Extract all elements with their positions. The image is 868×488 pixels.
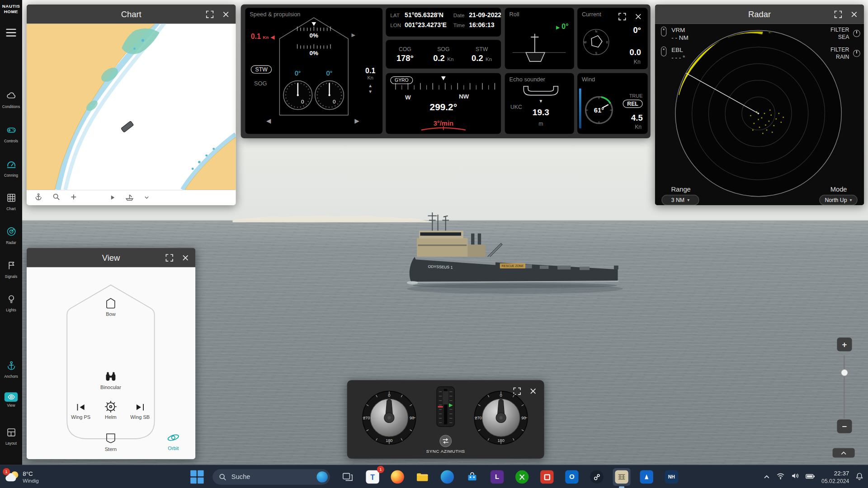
search-tool-icon[interactable] (52, 192, 60, 203)
chevron-down-icon[interactable] (143, 193, 150, 203)
view-position-bow[interactable]: Bow (91, 296, 131, 317)
thrust-lever-indicator[interactable] (436, 386, 455, 427)
filter-sea-control[interactable]: FILTER SEA (830, 26, 861, 41)
maximize-button[interactable] (205, 9, 214, 19)
bow-icon (104, 296, 117, 310)
view-position-wing-sb[interactable]: Wing SB (120, 401, 160, 420)
nautis-home-logo: NAUTIS HOME (0, 0, 22, 15)
taskbar-app-task-view[interactable] (339, 468, 356, 486)
taskbar-app-l[interactable]: L (488, 468, 506, 486)
sidebar-item-lights[interactable]: Lights (0, 294, 22, 319)
view-position-binocular[interactable]: Binocular (91, 370, 131, 390)
box-title: Roll (509, 10, 519, 17)
stw-readout: 0.1 Kn ◀ (251, 32, 275, 40)
chevron-up-icon (840, 450, 847, 455)
sidebar-item-chart[interactable]: Chart (0, 192, 22, 218)
sidebar-item-view[interactable]: View (0, 392, 22, 418)
filter-rain-control[interactable]: FILTER RAIN (830, 46, 861, 61)
grid-icon (6, 192, 16, 205)
azimuth-controls-panel: 0 90 180 270 0 90 180 270 (347, 380, 544, 459)
port-arrow-icon[interactable]: ◀ (266, 117, 271, 125)
sidebar-item-conditions[interactable]: Conditions (0, 90, 22, 116)
sync-azimuths-button[interactable] (439, 435, 452, 447)
vrm-control[interactable]: VRM - - NM (660, 26, 689, 42)
sog-mode-button[interactable]: SOG (254, 80, 267, 86)
taskbar-app-outlook[interactable]: O (563, 468, 580, 486)
wind-rel-button[interactable]: REL (623, 99, 643, 108)
ebl-control[interactable]: EBL - - - ° (660, 46, 685, 62)
chart-map[interactable] (27, 24, 236, 190)
clock-time: 22:37 (834, 469, 849, 477)
zoom-in-tool-icon[interactable] (70, 193, 77, 203)
close-button[interactable] (181, 253, 190, 262)
wifi-icon[interactable] (776, 472, 785, 482)
current-direction: 0° (633, 25, 641, 35)
sidebar-item-conning[interactable]: Conning (0, 159, 22, 184)
menu-button[interactable] (6, 29, 16, 39)
view-position-orbit[interactable]: Orbit (153, 431, 193, 451)
sidebar-item-radar[interactable]: Radar (0, 226, 22, 252)
taskbar-app-xbox[interactable] (513, 468, 531, 486)
gyro-button[interactable]: GYRO (390, 76, 413, 84)
close-button[interactable] (634, 12, 643, 21)
view-panel-header[interactable]: View (27, 248, 195, 267)
vessel-tool-icon[interactable] (125, 192, 134, 203)
play-tool-icon[interactable] (109, 193, 116, 203)
weather-widget[interactable]: 1 8°C Windig (5, 465, 39, 488)
tray-chevron-up-icon[interactable] (763, 472, 770, 482)
taskbar-app-nautis-home[interactable]: NH (663, 468, 680, 486)
taskbar-app-nautis-simulator[interactable] (613, 468, 631, 486)
sync-icon (442, 437, 449, 445)
increase-arrow-icon[interactable]: ▲ (368, 84, 373, 89)
taskbar-app-file-explorer[interactable] (414, 468, 431, 486)
maximize-button[interactable] (165, 253, 174, 262)
zoom-slider-track[interactable] (844, 355, 844, 418)
taskbar-app-store[interactable] (463, 468, 481, 486)
taskbar-app-steam[interactable] (588, 468, 605, 486)
chart-panel-header[interactable]: Chart (27, 5, 236, 24)
maximize-button[interactable] (834, 9, 843, 19)
sidebar-item-signals[interactable]: Signals (0, 260, 22, 286)
range-dropdown[interactable]: 3 NM ▾ (661, 195, 699, 205)
mode-dropdown[interactable]: North Up ▾ (819, 195, 857, 205)
start-button[interactable] (190, 470, 203, 483)
search-box[interactable]: Suche (212, 469, 330, 484)
zoom-in-button[interactable]: + (837, 338, 852, 352)
taskbar-clock[interactable]: 22:37 05.02.2024 (821, 469, 849, 485)
dial-180-label: 180 (498, 438, 505, 443)
filter-rain-label-1: FILTER (830, 46, 849, 53)
taskbar-app-firefox[interactable] (389, 468, 406, 486)
system-tray: 22:37 05.02.2024 (763, 465, 863, 488)
sidebar-item-anchors[interactable]: Anchors (0, 360, 22, 385)
notification-bell-icon[interactable] (855, 472, 863, 482)
collapse-button[interactable] (833, 448, 855, 458)
port-azimuth-dial[interactable]: 0 90 180 270 (362, 390, 417, 445)
zoom-out-button[interactable]: − (837, 419, 852, 433)
depth-unit: m (521, 121, 560, 127)
radar-panel-header[interactable]: Radar (655, 5, 864, 24)
battery-icon[interactable] (806, 472, 816, 482)
sidebar-item-controls[interactable]: Controls (0, 125, 22, 150)
stw-mode-button[interactable]: STW (251, 65, 272, 73)
close-button[interactable] (222, 9, 231, 19)
taskbar-app-nautis-launcher[interactable] (638, 468, 656, 486)
svg-text:S: S (595, 52, 598, 55)
right-arrow-icon[interactable]: ▶ (352, 32, 355, 38)
close-button[interactable] (528, 386, 538, 395)
wind-true-button[interactable]: TRUE (629, 93, 643, 99)
taskbar-app-text-app[interactable]: T1 (363, 468, 381, 486)
view-position-stern[interactable]: Stern (91, 431, 131, 452)
zoom-slider-knob[interactable] (841, 369, 848, 376)
dial-270-label: 270 (363, 416, 370, 420)
taskbar-app-edge[interactable] (439, 468, 456, 486)
gauge-icon (6, 159, 16, 171)
decrease-arrow-icon[interactable]: ▼ (368, 89, 373, 94)
sidebar-item-layout[interactable]: Layout (0, 427, 22, 452)
taskbar-app-red[interactable] (538, 468, 556, 486)
maximize-button[interactable] (618, 12, 627, 21)
volume-icon[interactable] (791, 472, 799, 482)
close-button[interactable] (850, 9, 859, 19)
anchor-tool-icon[interactable] (34, 192, 42, 203)
starboard-azimuth-dial[interactable]: 0 90 180 270 (473, 390, 528, 445)
starboard-arrow-icon[interactable]: ▶ (354, 117, 359, 125)
